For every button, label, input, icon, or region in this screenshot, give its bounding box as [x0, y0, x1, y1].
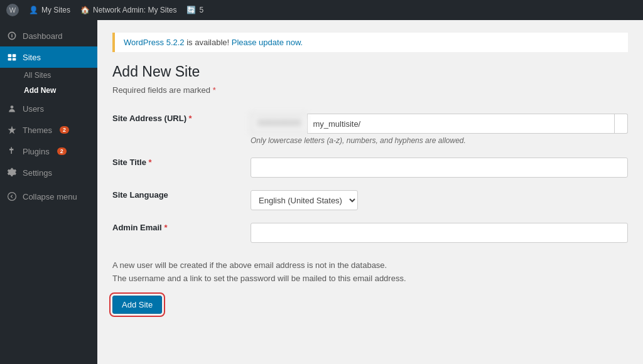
settings-icon: [6, 167, 18, 178]
plugins-label: Plugins: [23, 147, 50, 156]
page-title: Add New Site: [112, 63, 628, 80]
sidebar-item-settings[interactable]: Settings: [0, 162, 97, 183]
site-language-label: Site Language: [112, 190, 168, 200]
wp-icon: W: [6, 4, 19, 16]
admin-email-label: Admin Email *: [112, 223, 167, 232]
collapse-icon: [6, 191, 18, 202]
refresh-icon: 🔄: [186, 6, 196, 14]
site-title-row: Site Title *: [112, 151, 628, 184]
themes-label: Themes: [23, 126, 52, 135]
all-sites-link[interactable]: All Sites: [18, 68, 97, 83]
sidebar-item-sites[interactable]: Sites: [0, 46, 97, 68]
network-admin-item[interactable]: 🏠 Network Admin: My Sites: [80, 6, 176, 14]
dashboard-icon: [6, 30, 18, 41]
sidebar-item-themes[interactable]: Themes 2: [0, 119, 97, 141]
svg-point-4: [11, 105, 14, 109]
svg-rect-3: [13, 58, 16, 61]
person-icon: 👤: [29, 6, 38, 14]
site-address-row: Site Address (URL) * XXXXXXXX Only lower…: [112, 107, 628, 151]
site-title-input[interactable]: [251, 158, 628, 178]
main-content: WordPress 5.2.2 is available! Please upd…: [97, 20, 643, 364]
info-text: A new user will be created if the above …: [112, 259, 628, 286]
url-prefix: XXXXXXXX: [251, 114, 307, 134]
my-sites-item[interactable]: 👤 My Sites: [29, 6, 70, 14]
update-notice: WordPress 5.2.2 is available! Please upd…: [112, 33, 628, 52]
site-address-input[interactable]: [307, 114, 615, 134]
wp-logo-item[interactable]: W: [6, 4, 19, 16]
svg-rect-1: [13, 54, 16, 57]
collapse-menu-button[interactable]: Collapse menu: [0, 186, 97, 207]
svg-rect-0: [8, 54, 12, 57]
sites-label: Sites: [23, 53, 41, 62]
dashboard-label: Dashboard: [23, 31, 63, 41]
sidebar: Dashboard Sites All Sites Add New Users …: [0, 20, 97, 364]
sites-icon: [6, 51, 18, 63]
plugins-badge: 2: [57, 147, 67, 155]
site-title-label: Site Title *: [112, 158, 152, 167]
house-icon: 🏠: [80, 6, 90, 14]
site-language-row: Site Language English (United States): [112, 184, 628, 217]
svg-rect-2: [8, 58, 12, 61]
wp-version-link[interactable]: WordPress 5.2.2: [124, 38, 185, 47]
updates-item[interactable]: 🔄 5: [186, 6, 203, 14]
site-address-hint: Only lowercase letters (a-z), numbers, a…: [251, 136, 628, 145]
add-new-link[interactable]: Add New: [18, 83, 97, 98]
sites-submenu: All Sites Add New: [0, 68, 97, 98]
plugins-icon: [6, 146, 18, 157]
site-language-select[interactable]: English (United States): [251, 190, 358, 210]
sidebar-item-plugins[interactable]: Plugins 2: [0, 141, 97, 162]
settings-label: Settings: [23, 168, 52, 178]
users-icon: [6, 103, 18, 114]
svg-point-6: [8, 193, 16, 201]
update-now-link[interactable]: Please update now.: [232, 38, 303, 47]
add-site-button[interactable]: Add Site: [112, 296, 162, 314]
collapse-label: Collapse menu: [23, 192, 77, 201]
url-suffix: [615, 114, 628, 134]
sidebar-item-users[interactable]: Users: [0, 98, 97, 119]
site-address-label: Site Address (URL) *: [112, 114, 192, 123]
required-note: Required fields are marked *: [112, 85, 628, 95]
users-label: Users: [23, 104, 44, 114]
admin-email-row: Admin Email *: [112, 217, 628, 249]
admin-bar: W 👤 My Sites 🏠 Network Admin: My Sites 🔄…: [0, 0, 643, 20]
url-field-wrapper: XXXXXXXX: [251, 114, 628, 134]
themes-icon: [6, 124, 18, 136]
admin-email-input[interactable]: [251, 223, 628, 243]
themes-badge: 2: [60, 126, 69, 134]
sidebar-item-dashboard[interactable]: Dashboard: [0, 25, 97, 46]
required-asterisk: *: [213, 85, 216, 95]
add-site-form: Site Address (URL) * XXXXXXXX Only lower…: [112, 107, 628, 249]
